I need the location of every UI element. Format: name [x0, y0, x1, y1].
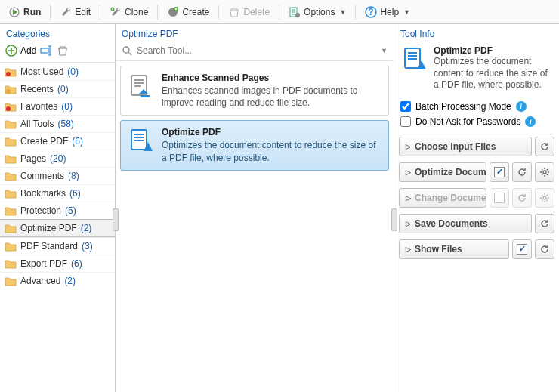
category-item[interactable]: Favorites (0) [0, 97, 115, 115]
help-label: Help [380, 7, 399, 17]
category-item[interactable]: Advanced (2) [0, 272, 115, 289]
tool-card[interactable]: Optimize PDFOptimizes the document conte… [120, 120, 389, 170]
step-reset-button[interactable] [535, 137, 554, 156]
svg-rect-9 [41, 48, 48, 53]
category-label: Advanced [20, 276, 60, 286]
rename-icon[interactable] [39, 44, 53, 57]
category-item[interactable]: Comments (8) [0, 167, 115, 184]
svg-point-13 [123, 47, 129, 53]
reset-icon [539, 141, 550, 152]
gear-icon [539, 193, 550, 203]
category-count: (58) [57, 119, 73, 129]
category-label: Favorites [20, 101, 57, 112]
category-count: (0) [61, 101, 73, 112]
step-button[interactable]: ▷Save Documents [399, 214, 532, 233]
category-item[interactable]: Most Used (0) [0, 63, 115, 80]
step-settings-button[interactable] [535, 188, 554, 208]
step-enable-checkbox[interactable] [490, 162, 509, 182]
category-item[interactable]: Protection (5) [0, 202, 115, 219]
info-tool-title: Optimize PDF [434, 45, 553, 56]
search-dropdown-icon[interactable]: ▼ [381, 47, 388, 54]
step-row: ▷Change Document .. [399, 188, 554, 208]
info-icon[interactable]: i [516, 101, 527, 112]
expand-icon: ▷ [406, 168, 411, 176]
step-enable-checkbox[interactable] [490, 188, 509, 208]
reset-icon [517, 193, 527, 203]
edit-button[interactable]: Edit [54, 3, 96, 21]
category-label: PDF Standard [20, 241, 78, 252]
category-count: (6) [69, 188, 81, 199]
tools-panel-title: Optimize PDF [116, 24, 394, 42]
create-button[interactable]: Create [162, 3, 215, 21]
category-item[interactable]: Optimize PDF (2) [0, 219, 115, 237]
step-row: ▷Choose Input Files [399, 137, 554, 156]
search-input[interactable] [137, 45, 376, 56]
category-count: (0) [67, 66, 79, 77]
step-settings-button[interactable] [535, 162, 554, 182]
step-reset-button[interactable] [535, 214, 554, 233]
optimize-pdf-icon [400, 45, 428, 73]
options-button[interactable]: Options ▼ [283, 3, 351, 21]
category-item[interactable]: All Tools (58) [0, 115, 115, 132]
run-button[interactable]: Run [3, 3, 46, 21]
tool-info-panel: Tool Info Optimize PDF Optimizes the doc… [394, 24, 559, 392]
help-button[interactable]: ? Help ▼ [360, 3, 415, 21]
options-icon [289, 6, 301, 18]
category-item[interactable]: Export PDF (6) [0, 255, 115, 272]
category-label: Bookmarks [20, 188, 66, 199]
tool-title: Enhance Scanned Pages [162, 73, 382, 83]
step-button[interactable]: ▷Choose Input Files [399, 137, 532, 156]
category-item[interactable]: Recents (0) [0, 80, 115, 97]
splitter-right[interactable] [391, 208, 397, 231]
category-label: Protection [20, 205, 61, 216]
category-count: (3) [82, 241, 93, 252]
wrench-icon [60, 6, 72, 18]
chevron-down-icon: ▼ [339, 8, 346, 16]
no-passwords-checkbox[interactable] [400, 116, 411, 127]
step-reset-button[interactable] [535, 239, 554, 259]
category-count: (6) [71, 258, 82, 269]
category-item[interactable]: Pages (20) [0, 150, 115, 167]
category-item[interactable]: Bookmarks (6) [0, 184, 115, 202]
step-reset-button[interactable] [512, 162, 532, 182]
batch-mode-label: Batch Processing Mode [415, 101, 511, 112]
tool-desc: Enhances scanned images in PDF documents… [162, 85, 382, 109]
category-item[interactable]: PDF Standard (3) [0, 237, 115, 255]
info-icon[interactable]: i [525, 116, 536, 127]
folder-icon [5, 84, 17, 94]
folder-icon [5, 66, 17, 77]
main-toolbar: Run Edit Clone Create Delete Options ▼ ?… [0, 0, 559, 24]
category-item[interactable]: Create PDF (6) [0, 132, 115, 150]
batch-mode-checkbox[interactable] [400, 101, 411, 112]
reset-icon [539, 218, 550, 229]
chevron-down-icon: ▼ [403, 8, 410, 16]
step-reset-button[interactable] [512, 188, 532, 208]
step-button[interactable]: ▷Optimize Document [399, 162, 486, 182]
gear-icon [539, 167, 550, 177]
step-enable-checkbox[interactable] [512, 239, 532, 259]
delete-label: Delete [243, 7, 270, 17]
tool-card[interactable]: Enhance Scanned PagesEnhances scanned im… [120, 66, 389, 116]
category-label: Most Used [20, 66, 63, 77]
help-icon: ? [365, 6, 377, 18]
tools-panel: Optimize PDF ▼ Enhance Scanned PagesEnha… [116, 24, 394, 392]
create-label: Create [182, 7, 209, 17]
category-count: (2) [64, 276, 76, 286]
step-row: ▷Optimize Document [399, 162, 554, 182]
svg-point-11 [6, 89, 11, 94]
steps-list: ▷Choose Input Files▷Optimize Document▷Ch… [394, 134, 559, 262]
clone-button[interactable]: Clone [104, 3, 153, 21]
svg-point-12 [6, 106, 11, 111]
category-count: (8) [68, 171, 79, 181]
add-category-button[interactable]: Add [5, 44, 36, 57]
delete-button[interactable]: Delete [223, 3, 275, 21]
tool-list: Enhance Scanned PagesEnhances scanned im… [116, 61, 394, 392]
reset-icon [539, 244, 550, 255]
step-button[interactable]: ▷Show Files [399, 239, 509, 259]
step-button[interactable]: ▷Change Document .. [399, 188, 486, 208]
no-passwords-label: Do Not Ask for Passwords [415, 116, 520, 127]
folder-icon [5, 188, 17, 199]
options-label: Options [304, 7, 335, 17]
delete-category-icon[interactable] [56, 44, 69, 57]
splitter-left[interactable] [113, 208, 119, 231]
